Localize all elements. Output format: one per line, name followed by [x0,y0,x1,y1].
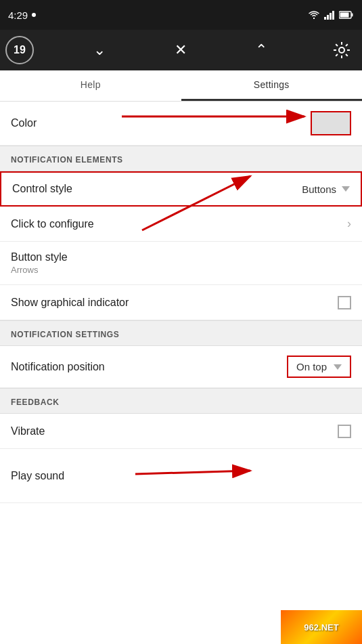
color-row[interactable]: Color [0,102,362,146]
vibrate-row[interactable]: Vibrate [0,414,362,449]
app-toolbar: 19 ⌄ ✕ ⌃ [0,30,362,70]
svg-rect-0 [324,17,326,20]
click-to-configure-label: Click to configure [11,218,94,230]
control-style-value[interactable]: Buttons [302,184,350,195]
gear-icon [333,41,350,59]
vibrate-label: Vibrate [11,425,45,437]
close-icon: ✕ [175,41,187,59]
svg-point-7 [339,47,344,53]
color-label: Color [11,117,37,129]
control-style-label: Control style [12,183,72,195]
vibrate-checkbox[interactable] [338,425,351,438]
tab-help[interactable]: Help [0,70,181,101]
svg-rect-1 [327,15,329,20]
section-feedback: FEEDBACK [0,388,362,414]
button-style-row[interactable]: Button style Arrows [0,242,362,285]
play-sound-row[interactable]: Play sound [0,449,362,503]
status-bar: 4:29 [0,0,362,30]
play-sound-label: Play sound [11,470,64,482]
button-style-sublabel: Arrows [11,265,68,275]
chevron-down-icon: ⌄ [93,41,106,59]
show-graphical-indicator-checkbox[interactable] [338,296,351,309]
close-button[interactable]: ✕ [166,35,196,65]
chevron-up-button[interactable]: ⌃ [246,35,276,65]
wifi-icon [308,10,320,20]
on-top-dropdown-triangle-icon [334,364,342,370]
click-to-configure-row[interactable]: Click to configure › [0,207,362,242]
show-graphical-indicator-label: Show graphical indicator [11,297,129,309]
notification-position-label: Notification position [11,361,105,373]
tab-settings[interactable]: Settings [181,70,363,101]
settings-gear-button[interactable] [327,35,357,65]
watermark: 962.NET [281,610,362,644]
battery-icon [339,11,354,19]
section-notification-elements: NOTIFICATION ELEMENTS [0,146,362,171]
notification-position-value[interactable]: On top [287,356,351,378]
chevron-down-button[interactable]: ⌄ [85,35,114,65]
button-style-label: Button style [11,251,68,263]
toolbar-badge[interactable]: 19 [5,36,34,64]
status-time: 4:29 [8,9,28,21]
tab-bar: Help Settings [0,70,362,102]
svg-rect-6 [340,13,349,18]
notification-position-row[interactable]: Notification position On top [0,346,362,388]
signal-icon [324,10,335,20]
svg-rect-2 [330,13,332,20]
dropdown-triangle-icon [342,186,350,192]
color-swatch[interactable] [311,111,351,135]
settings-content: Color NOTIFICATION ELEMENTS Control styl… [0,102,362,644]
section-notification-elements-label: NOTIFICATION ELEMENTS [11,155,123,165]
control-style-row[interactable]: Control style Buttons [0,171,362,207]
status-dot [32,13,36,17]
section-notification-settings: NOTIFICATION SETTINGS [0,320,362,346]
status-left: 4:29 [8,9,36,21]
button-style-text: Button style Arrows [11,251,68,275]
section-feedback-label: FEEDBACK [11,398,59,407]
show-graphical-indicator-row[interactable]: Show graphical indicator [0,285,362,320]
chevron-up-icon: ⌃ [255,41,267,59]
section-notification-settings-label: NOTIFICATION SETTINGS [11,330,119,339]
chevron-right-icon: › [347,217,351,231]
status-icons [308,10,354,20]
svg-rect-3 [332,11,334,20]
svg-rect-5 [352,14,353,17]
